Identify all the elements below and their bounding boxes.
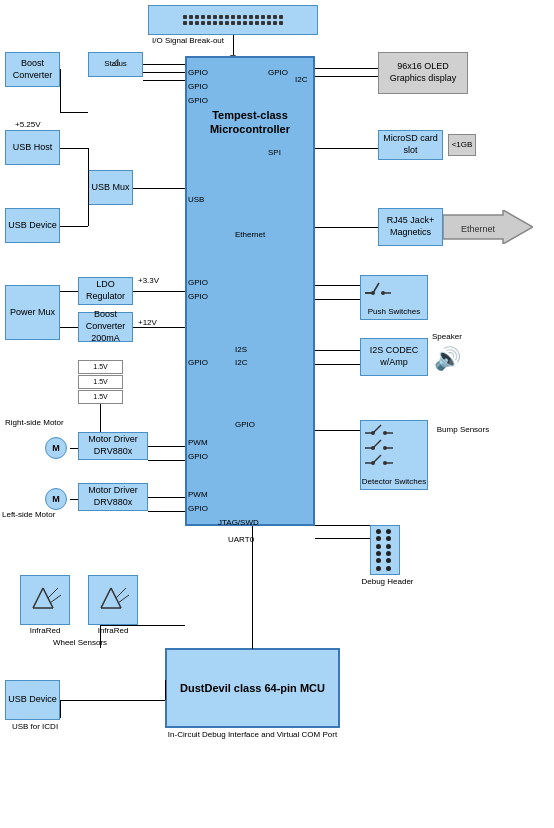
svg-point-20 bbox=[371, 431, 375, 435]
gpio-label-1: GPIO bbox=[188, 68, 208, 77]
debug-header-label: Debug Header bbox=[360, 577, 415, 586]
infrared2-label: InfraRed bbox=[88, 626, 138, 635]
i2s-codec-block: I2S CODEC w/Amp bbox=[360, 338, 428, 376]
right-motor-label: Right-side Motor bbox=[5, 418, 64, 427]
dustdevil-block: DustDevil class 64-pin MCU bbox=[165, 648, 340, 728]
motor-left-symbol: M bbox=[45, 488, 67, 510]
usb-label: USB bbox=[188, 195, 204, 204]
i2s-label: I2S bbox=[235, 345, 247, 354]
debug-header-block bbox=[370, 525, 400, 575]
motor-driver-right-block: Motor Driver DRV880x bbox=[78, 432, 148, 460]
svg-line-9 bbox=[118, 595, 129, 603]
svg-line-5 bbox=[101, 588, 111, 608]
svg-text:Ethernet: Ethernet bbox=[461, 224, 496, 234]
speaker-label: Speaker bbox=[432, 332, 462, 341]
usb-device-top-block: USB Device bbox=[5, 208, 60, 243]
usb-host-block: USB Host bbox=[5, 130, 60, 165]
gpio-mid-1: GPIO bbox=[188, 278, 208, 287]
detector-switches-block: Detector Switches bbox=[360, 420, 428, 490]
i2c2-label: I2C bbox=[235, 358, 247, 367]
ldo-block: LDO Regulator bbox=[78, 277, 133, 305]
svg-line-8 bbox=[116, 588, 126, 598]
boost-200ma-block: Boost Converter 200mA bbox=[78, 312, 133, 342]
usb-mux-block: USB Mux bbox=[88, 170, 133, 205]
speaker-icon: 🔊 bbox=[434, 346, 461, 372]
gpio-mid-2: GPIO bbox=[188, 292, 208, 301]
microsd-block: MicroSD card slot bbox=[378, 130, 443, 160]
push-switches-block: Push Switches bbox=[360, 275, 428, 320]
usb-icdi-block: USB Device bbox=[5, 680, 60, 720]
io-breakout-block bbox=[148, 5, 318, 35]
svg-point-30 bbox=[371, 461, 375, 465]
rj45-block: RJ45 Jack+ Magnetics bbox=[378, 208, 443, 246]
uart-label: UART0 bbox=[228, 535, 254, 544]
oled-block: 96x16 OLED Graphics display bbox=[378, 52, 468, 94]
infrared1-label: InfraRed bbox=[20, 626, 70, 635]
usb-icdi-label: USB for ICDI bbox=[5, 722, 65, 731]
motor-right-symbol: M bbox=[45, 437, 67, 459]
push-switches-label: Push Switches bbox=[361, 307, 427, 317]
motor-driver-left-block: Motor Driver DRV880x bbox=[78, 483, 148, 511]
bump-sensors-label: Bump Sensors bbox=[433, 425, 493, 434]
incircuit-label: In-Circuit Debug Interface and Virtual C… bbox=[165, 730, 340, 739]
gpio-bottom: GPIO bbox=[188, 358, 208, 367]
gpio-label-3: GPIO bbox=[188, 96, 208, 105]
v525-label: +5.25V bbox=[15, 120, 41, 129]
boost-converter-block: Boost Converter bbox=[5, 52, 60, 87]
power-mux-block: Power Mux bbox=[5, 285, 60, 340]
v15b-block: 1.5V bbox=[78, 375, 123, 389]
io-label: I/O Signal Break-out bbox=[152, 36, 224, 45]
svg-point-25 bbox=[371, 446, 375, 450]
detector-switches-label: Detector Switches bbox=[361, 477, 427, 487]
infrared1-block bbox=[20, 575, 70, 625]
gpio-label-2: GPIO bbox=[188, 82, 208, 91]
sd-card-block: <1GB bbox=[448, 134, 476, 156]
gpio-detector: GPIO bbox=[235, 420, 255, 429]
diagram: I/O Signal Break-out ▼ Status ⊿ Tempest-… bbox=[0, 0, 554, 828]
ethernet-label-mcu: Ethernet bbox=[235, 230, 265, 239]
gpio-right-1: GPIO bbox=[268, 68, 288, 77]
v12-label: +12V bbox=[138, 318, 157, 327]
wheel-sensors-label: Wheel Sensors bbox=[20, 638, 140, 647]
i2c-label: I2C bbox=[295, 75, 307, 84]
ethernet-arrow: Ethernet bbox=[443, 210, 533, 244]
infrared2-block bbox=[88, 575, 138, 625]
left-motor-label: Left-side Motor bbox=[2, 510, 55, 519]
gpio-pwm1-label: GPIO bbox=[188, 452, 208, 461]
spi-label: SPI bbox=[268, 148, 281, 157]
svg-line-0 bbox=[33, 588, 43, 608]
svg-line-3 bbox=[48, 588, 58, 598]
pwm1-label: PWM bbox=[188, 438, 208, 447]
pwm2-label: PWM bbox=[188, 490, 208, 499]
gpio-pwm2-label: GPIO bbox=[188, 504, 208, 513]
v15c-block: 1.5V bbox=[78, 390, 123, 404]
v33-label: +3.3V bbox=[138, 276, 159, 285]
svg-line-4 bbox=[50, 595, 61, 603]
v15a-block: 1.5V bbox=[78, 360, 123, 374]
